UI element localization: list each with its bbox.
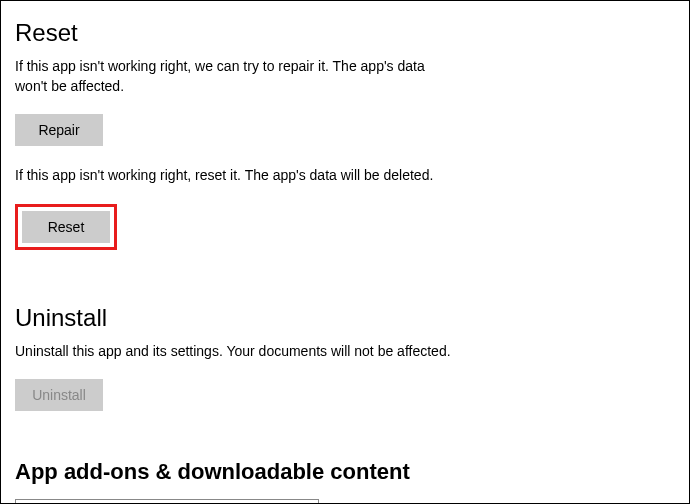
uninstall-heading: Uninstall xyxy=(15,304,675,332)
addons-heading: App add-ons & downloadable content xyxy=(15,459,675,485)
repair-button[interactable]: Repair xyxy=(15,114,103,146)
reset-button[interactable]: Reset xyxy=(22,211,110,243)
reset-button-highlight: Reset xyxy=(15,204,117,250)
search-box[interactable] xyxy=(15,499,319,504)
reset-section: Reset If this app isn't working right, w… xyxy=(15,19,675,250)
addons-section: App add-ons & downloadable content xyxy=(15,459,675,504)
uninstall-button[interactable]: Uninstall xyxy=(15,379,103,411)
reset-description: If this app isn't working right, reset i… xyxy=(15,166,675,186)
uninstall-section: Uninstall Uninstall this app and its set… xyxy=(15,304,675,412)
uninstall-description: Uninstall this app and its settings. You… xyxy=(15,342,675,362)
repair-description: If this app isn't working right, we can … xyxy=(15,57,445,96)
reset-heading: Reset xyxy=(15,19,675,47)
